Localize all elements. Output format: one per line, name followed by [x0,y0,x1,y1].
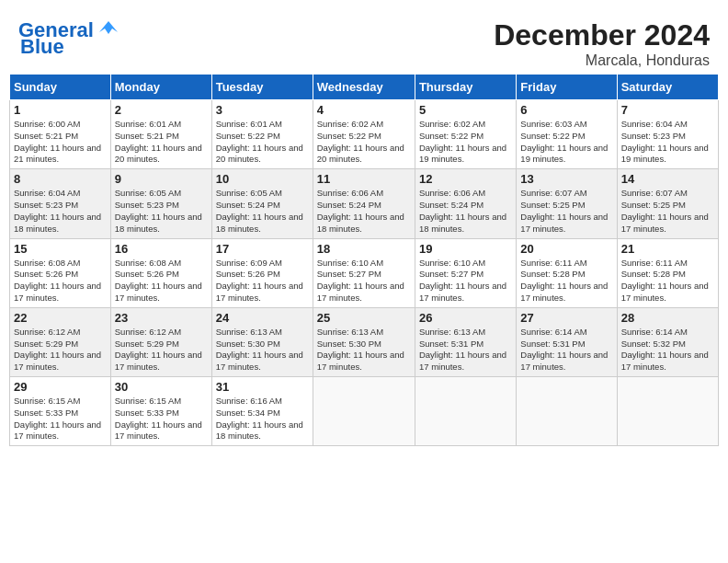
day-info: Sunrise: 6:12 AMSunset: 5:29 PMDaylight:… [14,327,107,373]
calendar-cell: 14Sunrise: 6:07 AMSunset: 5:25 PMDayligh… [617,169,718,238]
calendar-cell: 6Sunrise: 6:03 AMSunset: 5:22 PMDaylight… [517,100,617,169]
day-number: 3 [216,103,309,117]
weekday-header-monday: Monday [110,75,211,100]
day-number: 12 [419,172,512,186]
day-info: Sunrise: 6:00 AMSunset: 5:21 PMDaylight:… [14,119,107,166]
calendar-cell: 13Sunrise: 6:07 AMSunset: 5:25 PMDayligh… [517,169,617,238]
svg-marker-0 [99,21,118,34]
day-info: Sunrise: 6:04 AMSunset: 5:23 PMDaylight:… [14,188,107,235]
calendar-cell: 30Sunrise: 6:15 AMSunset: 5:33 PMDayligh… [110,377,211,446]
calendar-cell: 16Sunrise: 6:08 AMSunset: 5:26 PMDayligh… [110,238,211,307]
day-number: 13 [520,172,612,186]
day-info: Sunrise: 6:06 AMSunset: 5:24 PMDaylight:… [317,188,411,235]
page-title: December 2024 [494,18,710,52]
day-info: Sunrise: 6:05 AMSunset: 5:24 PMDaylight:… [216,188,309,235]
calendar-header-row: SundayMondayTuesdayWednesdayThursdayFrid… [10,75,719,100]
day-number: 8 [14,172,107,186]
calendar-week-4: 22Sunrise: 6:12 AMSunset: 5:29 PMDayligh… [10,307,719,376]
weekday-header-wednesday: Wednesday [313,75,415,100]
page-header: General Blue December 2024 Marcala, Hond… [9,9,719,74]
day-info: Sunrise: 6:04 AMSunset: 5:23 PMDaylight:… [621,119,714,166]
weekday-header-saturday: Saturday [617,75,718,100]
weekday-header-sunday: Sunday [10,75,111,100]
day-info: Sunrise: 6:01 AMSunset: 5:21 PMDaylight:… [115,119,208,166]
day-info: Sunrise: 6:10 AMSunset: 5:27 PMDaylight:… [317,258,411,304]
day-number: 31 [216,380,309,394]
calendar-cell: 31Sunrise: 6:16 AMSunset: 5:34 PMDayligh… [211,377,313,446]
title-block: December 2024 Marcala, Honduras [494,18,710,69]
calendar-week-3: 15Sunrise: 6:08 AMSunset: 5:26 PMDayligh… [10,238,719,307]
calendar-cell: 1Sunrise: 6:00 AMSunset: 5:21 PMDaylight… [10,100,111,169]
calendar-cell: 7Sunrise: 6:04 AMSunset: 5:23 PMDaylight… [617,100,718,169]
calendar-cell: 28Sunrise: 6:14 AMSunset: 5:32 PMDayligh… [617,307,718,376]
day-number: 6 [520,103,612,117]
day-number: 5 [419,103,512,117]
day-info: Sunrise: 6:10 AMSunset: 5:27 PMDaylight:… [419,258,512,304]
calendar-body: 1Sunrise: 6:00 AMSunset: 5:21 PMDaylight… [10,100,719,446]
day-info: Sunrise: 6:07 AMSunset: 5:25 PMDaylight:… [621,188,714,235]
day-number: 11 [317,172,411,186]
day-number: 7 [621,103,714,117]
calendar-cell: 8Sunrise: 6:04 AMSunset: 5:23 PMDaylight… [10,169,111,238]
calendar-cell: 29Sunrise: 6:15 AMSunset: 5:33 PMDayligh… [10,377,111,446]
day-info: Sunrise: 6:13 AMSunset: 5:30 PMDaylight:… [317,327,411,373]
day-info: Sunrise: 6:03 AMSunset: 5:22 PMDaylight:… [520,119,612,166]
day-number: 30 [115,380,208,394]
day-number: 28 [621,311,714,325]
day-number: 24 [216,311,309,325]
day-number: 4 [317,103,411,117]
day-number: 17 [216,242,309,256]
calendar-cell: 23Sunrise: 6:12 AMSunset: 5:29 PMDayligh… [110,307,211,376]
calendar-week-1: 1Sunrise: 6:00 AMSunset: 5:21 PMDaylight… [10,100,719,169]
calendar-cell: 26Sunrise: 6:13 AMSunset: 5:31 PMDayligh… [415,307,516,376]
logo-blue: Blue [18,35,64,59]
calendar-cell: 11Sunrise: 6:06 AMSunset: 5:24 PMDayligh… [313,169,415,238]
logo-bird-icon [96,19,121,38]
day-number: 22 [14,311,107,325]
day-number: 14 [621,172,714,186]
day-number: 18 [317,242,411,256]
day-number: 29 [14,380,107,394]
day-number: 26 [419,311,512,325]
calendar-cell: 4Sunrise: 6:02 AMSunset: 5:22 PMDaylight… [313,100,415,169]
calendar-cell [313,377,415,446]
day-info: Sunrise: 6:02 AMSunset: 5:22 PMDaylight:… [317,119,411,166]
calendar-cell [617,377,718,446]
calendar-cell: 25Sunrise: 6:13 AMSunset: 5:30 PMDayligh… [313,307,415,376]
calendar-cell [517,377,617,446]
calendar-week-5: 29Sunrise: 6:15 AMSunset: 5:33 PMDayligh… [10,377,719,446]
calendar-cell: 18Sunrise: 6:10 AMSunset: 5:27 PMDayligh… [313,238,415,307]
weekday-header-friday: Friday [517,75,617,100]
calendar-cell [415,377,516,446]
day-info: Sunrise: 6:14 AMSunset: 5:31 PMDaylight:… [520,327,612,373]
day-number: 1 [14,103,107,117]
day-number: 25 [317,311,411,325]
page-subtitle: Marcala, Honduras [494,52,710,69]
calendar-cell: 22Sunrise: 6:12 AMSunset: 5:29 PMDayligh… [10,307,111,376]
day-number: 19 [419,242,512,256]
day-info: Sunrise: 6:16 AMSunset: 5:34 PMDaylight:… [216,396,309,442]
day-info: Sunrise: 6:08 AMSunset: 5:26 PMDaylight:… [115,258,208,304]
calendar-cell: 24Sunrise: 6:13 AMSunset: 5:30 PMDayligh… [211,307,313,376]
calendar-cell: 27Sunrise: 6:14 AMSunset: 5:31 PMDayligh… [517,307,617,376]
day-info: Sunrise: 6:07 AMSunset: 5:25 PMDaylight:… [520,188,612,235]
calendar-cell: 3Sunrise: 6:01 AMSunset: 5:22 PMDaylight… [211,100,313,169]
calendar-cell: 5Sunrise: 6:02 AMSunset: 5:22 PMDaylight… [415,100,516,169]
day-info: Sunrise: 6:14 AMSunset: 5:32 PMDaylight:… [621,327,714,373]
day-info: Sunrise: 6:01 AMSunset: 5:22 PMDaylight:… [216,119,309,166]
day-info: Sunrise: 6:15 AMSunset: 5:33 PMDaylight:… [115,396,208,442]
day-info: Sunrise: 6:09 AMSunset: 5:26 PMDaylight:… [216,258,309,304]
calendar-table: SundayMondayTuesdayWednesdayThursdayFrid… [9,74,719,446]
calendar-cell: 9Sunrise: 6:05 AMSunset: 5:23 PMDaylight… [110,169,211,238]
calendar-cell: 21Sunrise: 6:11 AMSunset: 5:28 PMDayligh… [617,238,718,307]
day-info: Sunrise: 6:08 AMSunset: 5:26 PMDaylight:… [14,258,107,304]
calendar-cell: 15Sunrise: 6:08 AMSunset: 5:26 PMDayligh… [10,238,111,307]
calendar-cell: 17Sunrise: 6:09 AMSunset: 5:26 PMDayligh… [211,238,313,307]
weekday-header-tuesday: Tuesday [211,75,313,100]
calendar-cell: 20Sunrise: 6:11 AMSunset: 5:28 PMDayligh… [517,238,617,307]
calendar-cell: 12Sunrise: 6:06 AMSunset: 5:24 PMDayligh… [415,169,516,238]
day-info: Sunrise: 6:11 AMSunset: 5:28 PMDaylight:… [621,258,714,304]
day-info: Sunrise: 6:02 AMSunset: 5:22 PMDaylight:… [419,119,512,166]
weekday-header-thursday: Thursday [415,75,516,100]
day-number: 27 [520,311,612,325]
